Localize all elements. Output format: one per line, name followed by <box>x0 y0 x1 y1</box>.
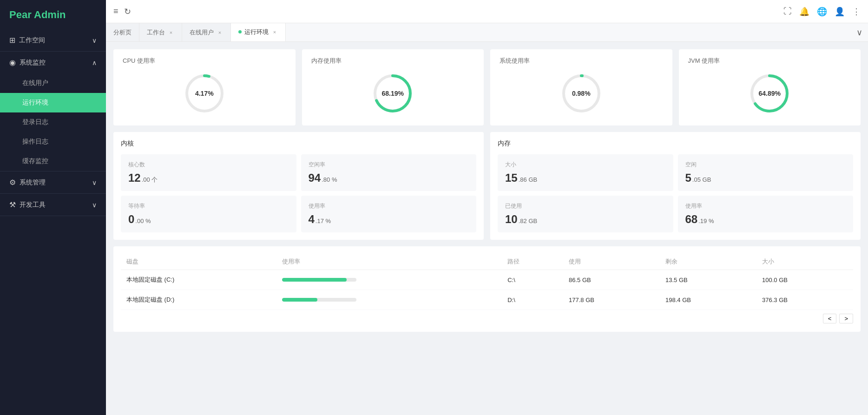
pagination-next[interactable]: > <box>839 314 853 323</box>
section-row: 内核 核心数 12.00 个 空闲率 94.80 % <box>113 132 861 240</box>
chevron-up-icon: ∧ <box>92 59 97 66</box>
mem-size-label: 大小 <box>505 161 666 169</box>
content-area: CPU 使用率 4.17% 内存使用率 <box>106 42 868 415</box>
disk-row1-name: 本地固定磁盘 (C:) <box>121 270 276 290</box>
disk-panel: 磁盘 使用率 路径 使用 剩余 大小 本地固定磁盘 (C:) <box>113 246 861 332</box>
kernel-stat-usage-rate: 使用率 4.17 % <box>301 196 477 232</box>
tab-online-users[interactable]: 在线用户 × <box>182 23 231 42</box>
sidebar-group-workspace: ⊞ 工作空间 ∨ <box>0 29 106 52</box>
kernel-title: 内核 <box>121 139 476 148</box>
mem-free-label: 空闲 <box>685 161 846 169</box>
workspace-icon: ⊞ <box>9 36 15 45</box>
mem-used-value: 10.82 GB <box>505 213 666 226</box>
tools-icon: ⚒ <box>9 200 16 209</box>
refresh-icon[interactable]: ↻ <box>124 7 131 17</box>
jvm-value: 64.89% <box>759 90 781 97</box>
disk-row1-usage <box>276 270 502 290</box>
disk-row1-free: 13.5 GB <box>660 270 756 290</box>
workspace-label: 工作空间 <box>19 36 45 45</box>
tab-runtime-env-close[interactable]: × <box>271 29 278 35</box>
settings-icon: ⚙ <box>9 178 16 187</box>
system-gauge: 0.98% <box>500 69 663 118</box>
sidebar-logo: Pear Admin <box>0 0 106 29</box>
metric-cards-row: CPU 使用率 4.17% 内存使用率 <box>113 49 861 125</box>
usage-rate-value: 4.17 % <box>309 213 469 226</box>
cpu-value: 4.17% <box>195 90 214 97</box>
logo-text: Pear Admin <box>9 9 66 21</box>
jvm-title: JVM 使用率 <box>688 57 852 65</box>
tab-workbench[interactable]: 工作台 × <box>139 23 182 42</box>
tabs-dropdown-button[interactable]: ∨ <box>851 27 868 38</box>
wait-rate-label: 等待率 <box>128 202 289 210</box>
jvm-gauge: 64.89% <box>688 69 852 118</box>
cpu-gauge: 4.17% <box>123 69 286 118</box>
bell-icon[interactable]: 🔔 <box>799 7 809 17</box>
header-right: ⛶ 🔔 🌐 👤 ⋮ <box>783 7 861 17</box>
sidebar-item-dev-tools[interactable]: ⚒ 开发工具 ∨ <box>0 194 106 216</box>
idle-rate-label: 空闲率 <box>309 161 469 169</box>
tab-analytics[interactable]: 分析页 <box>106 23 139 42</box>
sidebar-item-system-mgmt[interactable]: ⚙ 系统管理 ∨ <box>0 171 106 193</box>
cpu-title: CPU 使用率 <box>123 57 286 65</box>
disk-row2-progress-bar <box>282 298 356 302</box>
disk-row1-used: 86.5 GB <box>563 270 660 290</box>
disk-row1-progress-bar <box>282 278 356 282</box>
disk-col-usage: 使用率 <box>276 254 502 270</box>
tab-online-users-close[interactable]: × <box>217 29 223 36</box>
sidebar-item-runtime-env[interactable]: 运行环境 <box>0 93 106 112</box>
sidebar: Pear Admin ⊞ 工作空间 ∨ ◉ 系统监控 ∧ 在线用户 <box>0 0 106 415</box>
header-left: ≡ ↻ <box>113 7 131 17</box>
disk-col-path: 路径 <box>502 254 563 270</box>
memory-gauge-container: 68.19% <box>372 72 414 114</box>
table-row: 本地固定磁盘 (D:) D:\ 177.8 GB 198.4 GB 376.3 … <box>121 290 853 310</box>
mem-used-card: 已使用 10.82 GB <box>498 196 673 232</box>
kernel-stat-idle-rate: 空闲率 94.80 % <box>301 154 477 191</box>
mem-free-card: 空闲 5.05 GB <box>678 154 854 191</box>
tab-analytics-label: 分析页 <box>113 28 132 37</box>
system-title: 系统使用率 <box>500 57 663 65</box>
sidebar-item-cache-monitor[interactable]: 缓存监控 <box>0 152 106 171</box>
more-icon[interactable]: ⋮ <box>852 7 861 17</box>
tab-workbench-label: 工作台 <box>147 28 165 37</box>
disk-row1-progress-fill <box>282 278 346 282</box>
disk-row1-size: 100.0 GB <box>756 270 853 290</box>
fullscreen-icon[interactable]: ⛶ <box>783 7 792 16</box>
sidebar-group-system-mgmt: ⚙ 系统管理 ∨ <box>0 171 106 194</box>
tab-online-users-label: 在线用户 <box>190 28 214 37</box>
core-count-value: 12.00 个 <box>128 171 289 184</box>
usage-rate-label: 使用率 <box>309 202 469 210</box>
globe-icon[interactable]: 🌐 <box>817 7 827 17</box>
pagination-prev[interactable]: < <box>823 314 837 323</box>
sidebar-item-system-monitor[interactable]: ◉ 系统监控 ∧ <box>0 52 106 73</box>
tab-active-dot <box>238 30 242 33</box>
dev-tools-label: 开发工具 <box>20 201 46 209</box>
mem-size-value: 15.86 GB <box>505 171 666 184</box>
system-value: 0.98% <box>572 90 591 97</box>
mem-size-card: 大小 15.86 GB <box>498 154 673 191</box>
memory-detail-title: 内存 <box>498 139 853 148</box>
wait-rate-value: 0.00 % <box>128 213 289 226</box>
header: ≡ ↻ ⛶ 🔔 🌐 👤 ⋮ <box>106 0 868 23</box>
disk-col-used: 使用 <box>563 254 660 270</box>
chevron-down-icon: ∨ <box>92 37 97 44</box>
kernel-stat-wait-rate: 等待率 0.00 % <box>121 196 296 232</box>
tab-workbench-close[interactable]: × <box>168 29 174 36</box>
chevron-down-icon3: ∨ <box>92 201 97 209</box>
kernel-stats: 核心数 12.00 个 空闲率 94.80 % 等待率 <box>121 154 476 232</box>
tab-runtime-env[interactable]: 运行环境 × <box>231 23 286 42</box>
system-card: 系统使用率 0.98% <box>490 49 672 125</box>
mem-usage-card: 使用率 68.19 % <box>678 196 854 232</box>
sidebar-item-operation-log[interactable]: 操作日志 <box>0 132 106 152</box>
pagination: < > <box>121 310 853 324</box>
menu-toggle-icon[interactable]: ≡ <box>113 7 118 16</box>
chevron-down-icon2: ∨ <box>92 179 97 186</box>
sidebar-item-login-log[interactable]: 登录日志 <box>0 112 106 132</box>
sidebar-item-online-users[interactable]: 在线用户 <box>0 73 106 93</box>
sidebar-item-workspace[interactable]: ⊞ 工作空间 ∨ <box>0 29 106 51</box>
kernel-panel: 内核 核心数 12.00 个 空闲率 94.80 % <box>113 132 484 240</box>
main-area: ≡ ↻ ⛶ 🔔 🌐 👤 ⋮ 分析页 工作台 × 在线用户 × 运行环境 × ∨ <box>106 0 868 415</box>
disk-row2-free: 198.4 GB <box>660 290 756 310</box>
memory-gauge: 68.19% <box>311 69 475 118</box>
cpu-card: CPU 使用率 4.17% <box>113 49 296 125</box>
avatar-icon[interactable]: 👤 <box>835 7 845 17</box>
